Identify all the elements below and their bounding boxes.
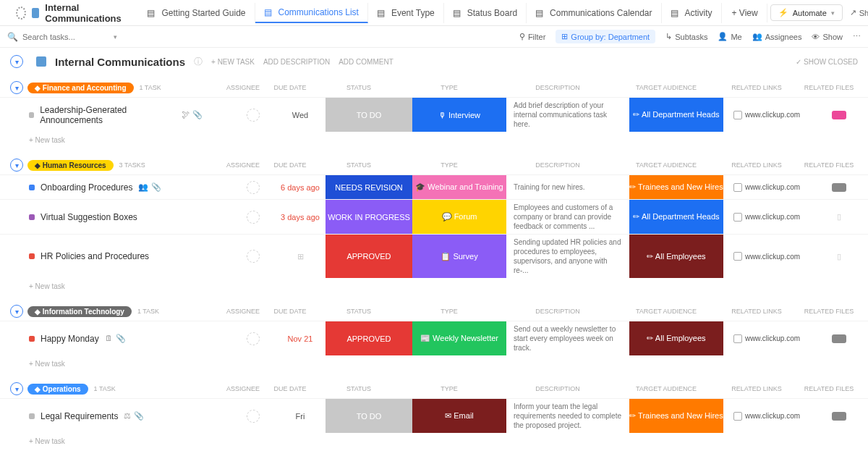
group-pill[interactable]: ◆ Information Technology: [27, 306, 132, 317]
info-icon[interactable]: ⓘ: [194, 56, 203, 68]
status-cell[interactable]: NEEDS REVISION: [326, 175, 412, 199]
due-cell[interactable]: 3 days ago: [275, 200, 326, 234]
col-assignee[interactable]: ASSIGNEE: [221, 84, 265, 91]
assignees-button[interactable]: 👥 Assignees: [752, 32, 802, 41]
task-row[interactable]: Virtual Suggestion Boxes3 days agoWORK I…: [0, 199, 868, 234]
task-row[interactable]: Legal Requirements⚖📎FriTO DO✉ EmailInfor…: [0, 398, 868, 433]
type-cell[interactable]: 🎙 Interview: [412, 98, 506, 132]
assignee-avatar[interactable]: [247, 181, 260, 194]
files-cell[interactable]: [810, 399, 868, 433]
col-type[interactable]: TYPE: [402, 161, 496, 169]
col-due[interactable]: DUE DATE: [265, 161, 315, 169]
status-square[interactable]: [29, 185, 35, 190]
col-assignee[interactable]: ASSIGNEE: [221, 161, 265, 169]
col-type[interactable]: TYPE: [402, 385, 496, 392]
status-cell[interactable]: APPROVED: [326, 235, 412, 278]
files-cell[interactable]: [810, 98, 868, 132]
due-cell[interactable]: ⊞: [275, 235, 326, 278]
files-cell[interactable]: [810, 175, 868, 199]
automate-button[interactable]: ⚡Automate▾: [770, 4, 843, 21]
col-links[interactable]: RELATED LINKS: [713, 84, 800, 91]
collapse-icon[interactable]: ▾: [10, 382, 23, 395]
task-row[interactable]: HR Policies and Procedures⊞APPROVED📋 Sur…: [0, 234, 868, 278]
assignee-cell[interactable]: [231, 321, 275, 355]
files-cell[interactable]: ▯: [810, 200, 868, 234]
assignee-avatar[interactable]: [247, 211, 260, 224]
col-type[interactable]: TYPE: [402, 84, 496, 91]
task-row[interactable]: Leadership-Generated Announcements🕊📎WedT…: [0, 97, 868, 132]
col-type[interactable]: TYPE: [402, 308, 496, 315]
view-tab[interactable]: ▤Communications Calendar: [527, 3, 661, 23]
audience-cell[interactable]: ✏ All Employees: [629, 235, 723, 278]
col-links[interactable]: RELATED LINKS: [713, 308, 800, 315]
add-comment-link[interactable]: ADD COMMENT: [339, 58, 393, 66]
assignee-cell[interactable]: [231, 200, 275, 234]
file-chip[interactable]: [832, 183, 846, 192]
col-status[interactable]: STATUS: [315, 84, 402, 91]
type-cell[interactable]: 📋 Survey: [412, 235, 506, 278]
col-status[interactable]: STATUS: [315, 385, 402, 392]
collapse-icon[interactable]: ▾: [10, 81, 23, 94]
search-input-wrap[interactable]: 🔍 ▾: [7, 32, 253, 42]
description-cell[interactable]: Inform your team the legal requirements …: [506, 399, 629, 433]
task-row[interactable]: Happy Monday🗓📎Nov 21APPROVED📰 Weekly New…: [0, 321, 868, 355]
filter-button[interactable]: ⚲ Filter: [519, 32, 545, 41]
task-row[interactable]: Onboarding Procedures👥📎6 days agoNEEDS R…: [0, 174, 868, 199]
status-cell[interactable]: TO DO: [326, 98, 412, 132]
description-cell[interactable]: Training for new hires.: [506, 175, 629, 199]
me-button[interactable]: 👤 Me: [718, 32, 741, 41]
group-pill[interactable]: ◆ Human Resources: [27, 160, 114, 171]
assignee-avatar[interactable]: [247, 109, 260, 122]
col-assignee[interactable]: ASSIGNEE: [221, 308, 265, 315]
view-tab[interactable]: ▤Event Type: [368, 3, 444, 23]
collapse-icon[interactable]: ▾: [10, 305, 23, 318]
status-cell[interactable]: TO DO: [326, 399, 412, 433]
status-square[interactable]: [29, 413, 35, 419]
group-pill[interactable]: ◆ Finance and Accounting: [27, 83, 134, 93]
col-description[interactable]: DESCRIPTION: [496, 385, 619, 392]
col-due[interactable]: DUE DATE: [265, 308, 315, 315]
show-closed-button[interactable]: ✓ SHOW CLOSED: [796, 58, 858, 66]
description-cell[interactable]: Send out a weekly newsletter to start ev…: [506, 321, 629, 355]
view-tab[interactable]: ▤Activity: [662, 3, 722, 23]
status-square[interactable]: [29, 253, 35, 259]
due-cell[interactable]: Nov 21: [275, 321, 326, 355]
new-task-inline[interactable]: + New task: [0, 278, 868, 295]
link-cell[interactable]: www.clickup.com: [723, 175, 810, 199]
status-cell[interactable]: APPROVED: [326, 321, 412, 355]
workspace-title[interactable]: Internal Communications: [6, 0, 137, 28]
audience-cell[interactable]: ✏ All Department Heads: [629, 200, 723, 234]
collapse-all-icon[interactable]: ▾: [10, 55, 23, 68]
type-cell[interactable]: ✉ Email: [412, 399, 506, 433]
assignee-cell[interactable]: [231, 98, 275, 132]
status-square[interactable]: [29, 214, 35, 220]
col-audience[interactable]: TARGET AUDIENCE: [619, 385, 713, 392]
add-view-button[interactable]: + View: [723, 4, 767, 22]
col-status[interactable]: STATUS: [315, 161, 402, 169]
col-links[interactable]: RELATED LINKS: [713, 161, 800, 169]
col-description[interactable]: DESCRIPTION: [496, 308, 619, 315]
col-description[interactable]: DESCRIPTION: [496, 161, 619, 169]
more-button[interactable]: ⋯: [853, 32, 861, 41]
file-chip[interactable]: [832, 111, 846, 119]
due-cell[interactable]: Wed: [275, 98, 326, 132]
view-tab[interactable]: ▤Status Board: [444, 3, 527, 23]
files-cell[interactable]: ▯: [810, 235, 868, 278]
subtasks-button[interactable]: ↳ Subtasks: [665, 32, 707, 41]
new-task-inline[interactable]: + New task: [0, 433, 868, 450]
col-audience[interactable]: TARGET AUDIENCE: [619, 308, 713, 315]
link-cell[interactable]: www.clickup.com: [723, 321, 810, 355]
search-input[interactable]: [22, 33, 109, 41]
new-task-inline[interactable]: + New task: [0, 355, 868, 372]
show-button[interactable]: 👁 Show: [812, 33, 843, 41]
due-cell[interactable]: 6 days ago: [275, 175, 326, 199]
col-files[interactable]: RELATED FILES: [800, 385, 858, 392]
collapse-icon[interactable]: ▾: [10, 159, 23, 172]
description-cell[interactable]: Add brief description of your internal c…: [506, 98, 629, 132]
audience-cell[interactable]: ✏ All Employees: [629, 321, 723, 355]
description-cell[interactable]: Employees and customers of a company or …: [506, 200, 629, 234]
link-cell[interactable]: www.clickup.com: [723, 235, 810, 278]
assignee-cell[interactable]: [231, 399, 275, 433]
description-cell[interactable]: Sending updated HR policies and procedur…: [506, 235, 629, 278]
status-cell[interactable]: WORK IN PROGRESS: [326, 200, 412, 234]
